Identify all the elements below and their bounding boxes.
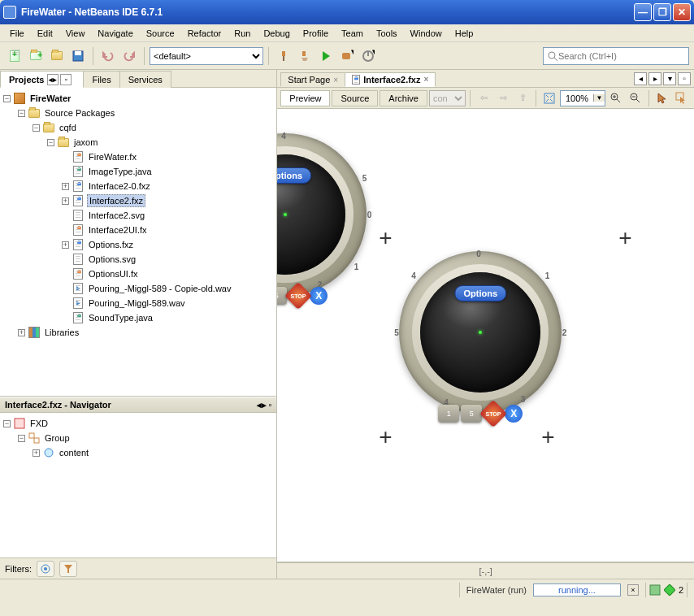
search-box[interactable] (543, 47, 689, 65)
expand-toggle[interactable]: − (18, 110, 25, 117)
close-panel-icon[interactable]: ▫ (60, 74, 72, 85)
tree-node[interactable]: Source Packages (43, 107, 116, 119)
tree-file[interactable]: SoundType.java (87, 312, 154, 323)
tab-projects[interactable]: Projects ◂▸▫ (0, 71, 84, 88)
expand-toggle[interactable]: − (47, 139, 54, 146)
dial-gauge-2[interactable]: 0 1 2 3 4 5 4 Options 1 5 STOP X (399, 251, 562, 414)
dial-x-button[interactable]: X (310, 287, 327, 305)
tree-file[interactable]: Interface2UI.fx (87, 224, 149, 236)
menu-navigate[interactable]: Navigate (91, 27, 139, 40)
expand-toggle[interactable]: + (33, 449, 40, 457)
nav-root[interactable]: FXD (28, 418, 50, 429)
zoom-out-button[interactable] (627, 89, 644, 107)
close-tab-icon[interactable]: × (333, 76, 338, 85)
menu-team[interactable]: Team (335, 27, 370, 40)
tree-root[interactable]: FireWater (28, 93, 72, 104)
tab-files[interactable]: Files (83, 71, 119, 88)
menu-file[interactable]: File (3, 27, 31, 40)
tab-services[interactable]: Services (119, 71, 171, 88)
expand-toggle[interactable]: + (62, 197, 69, 205)
menu-view[interactable]: View (59, 27, 92, 40)
menu-run[interactable]: Run (228, 27, 257, 40)
close-navigator-icon[interactable]: ▫ (268, 400, 271, 410)
zoom-in-button[interactable] (607, 89, 625, 107)
filter-button-1[interactable] (37, 561, 54, 577)
zoom-select[interactable]: ▼ (560, 90, 605, 106)
subtab-archive[interactable]: Archive (380, 90, 427, 106)
tree-node[interactable]: cqfd (58, 122, 78, 133)
status-icon-2[interactable] (664, 584, 675, 596)
nav-right-button[interactable]: ⇨ (494, 89, 512, 107)
subtab-preview[interactable]: Preview (280, 90, 330, 106)
menu-help[interactable]: Help (449, 27, 480, 40)
highlight-tool-button[interactable] (673, 89, 691, 107)
expand-toggle[interactable]: − (18, 435, 25, 442)
new-project-button[interactable] (26, 46, 46, 66)
profile-button[interactable]: ▾ (358, 46, 378, 66)
maximize-editor-button[interactable]: ▫ (678, 72, 691, 85)
tree-file[interactable]: Pouring_-Miggl-589 - Copie-old.wav (87, 283, 232, 294)
tree-node[interactable]: jaxom (72, 137, 99, 148)
nav-left-button[interactable]: ⇦ (475, 89, 492, 107)
nav-group[interactable]: Group (43, 432, 72, 444)
filter-button-2[interactable] (59, 561, 77, 577)
open-project-button[interactable] (47, 46, 67, 66)
expand-toggle[interactable]: + (18, 329, 25, 336)
tree-file[interactable]: FireWater.fx (87, 151, 138, 163)
project-tree[interactable]: −FireWater −Source Packages −cqfd −jaxom… (0, 88, 276, 397)
tree-libraries[interactable]: Libraries (43, 327, 80, 338)
expand-toggle[interactable]: − (3, 95, 11, 102)
redo-button[interactable] (119, 46, 139, 66)
tree-file[interactable]: Options.fxz (87, 239, 135, 250)
dial-button-1[interactable]: 1 (438, 405, 459, 423)
select-tool-button[interactable] (653, 89, 671, 107)
dial-gauge-1[interactable]: 4 5 0 1 2 Options 1 5 STOP X (277, 133, 367, 296)
expand-toggle[interactable]: + (62, 241, 69, 249)
minimize-button[interactable]: — (634, 3, 652, 21)
preview-canvas[interactable]: 4 5 0 1 2 Options 1 5 STOP X + + + + (277, 109, 694, 562)
options-button[interactable]: Options (277, 167, 311, 184)
minimize-panel-icon[interactable]: ◂▸ (47, 74, 59, 85)
config-select[interactable]: <default> (150, 47, 263, 65)
navigator-tree[interactable]: −FXD −Group +content (0, 413, 276, 557)
status-icon-1[interactable] (649, 584, 661, 596)
nav-back-button[interactable]: ◂ (634, 72, 647, 85)
dropdown-button[interactable]: ▾ (663, 72, 676, 85)
close-tab-icon[interactable]: × (423, 75, 428, 84)
search-input[interactable] (558, 51, 685, 61)
expand-toggle[interactable]: − (3, 420, 11, 427)
tree-file[interactable]: Pouring_-Miggl-589.wav (87, 297, 187, 309)
close-button[interactable]: ✕ (673, 3, 691, 21)
nav-up-button[interactable]: ⇧ (514, 89, 531, 107)
menu-source[interactable]: Source (140, 27, 181, 40)
tree-file[interactable]: OptionsUI.fx (87, 268, 140, 280)
expand-toggle[interactable]: − (33, 124, 40, 132)
tree-file[interactable]: Interface2.svg (87, 210, 146, 221)
archive-select[interactable]: con (429, 90, 466, 106)
cancel-task-button[interactable]: × (627, 584, 639, 596)
dial-button-5[interactable]: 5 (461, 405, 482, 423)
expand-toggle[interactable]: + (62, 183, 69, 190)
tree-file[interactable]: ImageType.java (87, 166, 154, 177)
maximize-button[interactable]: ❐ (653, 3, 671, 21)
dial-x-button[interactable]: X (505, 405, 523, 423)
zoom-dropdown-icon[interactable]: ▼ (593, 94, 605, 102)
menu-tools[interactable]: Tools (370, 27, 404, 40)
dial-stop-button[interactable]: STOP (284, 282, 312, 310)
tree-file[interactable]: Options.svg (87, 254, 137, 265)
menu-debug[interactable]: Debug (257, 27, 296, 40)
menu-refactor[interactable]: Refactor (181, 27, 228, 40)
tab-start-page[interactable]: Start Page× (280, 72, 345, 86)
tab-interface2[interactable]: Interface2.fxz× (345, 72, 436, 87)
status-progress[interactable]: running... (533, 583, 621, 596)
menu-edit[interactable]: Edit (31, 27, 59, 40)
options-button[interactable]: Options (455, 285, 507, 301)
minimize-navigator-icon[interactable]: ◂▸ (257, 400, 267, 410)
clean-build-button[interactable] (295, 46, 314, 66)
fit-button[interactable] (540, 89, 558, 107)
subtab-source[interactable]: Source (332, 90, 378, 106)
build-button[interactable] (274, 46, 293, 66)
undo-button[interactable] (98, 46, 118, 66)
run-button[interactable] (316, 46, 336, 66)
dial-stop-button[interactable]: STOP (479, 400, 507, 427)
